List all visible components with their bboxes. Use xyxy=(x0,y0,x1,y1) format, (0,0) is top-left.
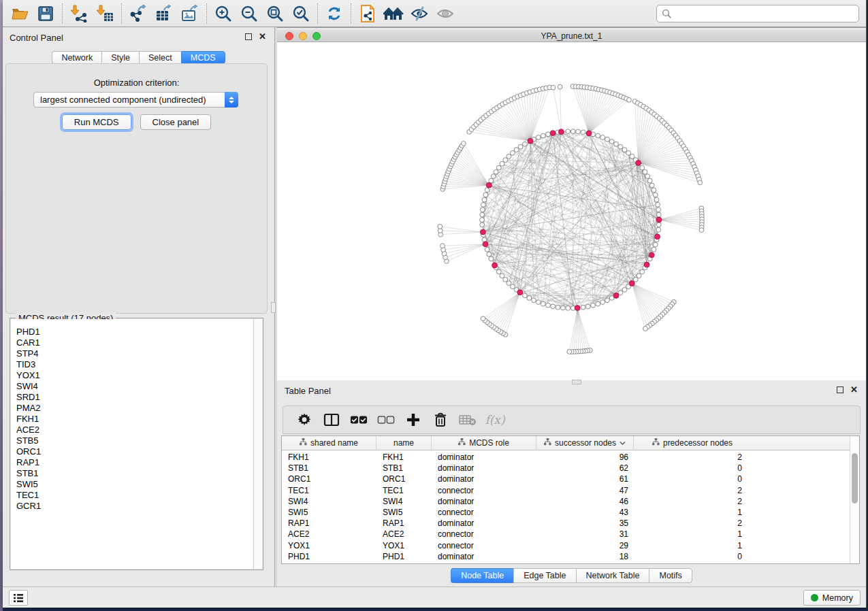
tab-network[interactable]: Network xyxy=(52,51,101,64)
column-header-predecessor-nodes[interactable]: predecessor nodes xyxy=(634,436,751,450)
table-row[interactable]: STB1STB1dominator620 xyxy=(282,463,850,474)
tab-node-table[interactable]: Node Table xyxy=(451,568,513,583)
column-header-shared-name[interactable]: shared name xyxy=(282,436,376,450)
memory-button[interactable]: Memory xyxy=(803,590,861,606)
mcds-result-item[interactable]: SRD1 xyxy=(11,392,253,403)
cell-shared_name: YOX1 xyxy=(282,540,376,551)
close-panel-icon[interactable]: ✕ xyxy=(259,33,266,40)
mcds-result-item[interactable]: STP4 xyxy=(11,348,253,359)
column-header-successor-nodes[interactable]: successor nodes xyxy=(536,436,634,450)
network-window-titlebar: YPA_prune.txt_1 xyxy=(277,30,866,42)
table-row[interactable]: SWI4SWI4dominator462 xyxy=(282,496,850,507)
float-panel-icon[interactable] xyxy=(245,33,252,40)
cell-predecessor_nodes: 0 xyxy=(634,474,751,484)
cell-mcds_role: connector xyxy=(432,529,536,540)
save-session-button[interactable] xyxy=(33,2,59,25)
cell-shared_name: TEC1 xyxy=(282,485,376,496)
export-image-button[interactable] xyxy=(177,2,203,25)
search-input[interactable] xyxy=(672,7,858,20)
tab-motifs[interactable]: Motifs xyxy=(649,568,692,583)
column-header-name[interactable]: name xyxy=(376,436,432,450)
control-panel-tabs: NetworkStyleSelectMCDS xyxy=(3,51,274,64)
mcds-result-item[interactable]: ORC1 xyxy=(11,446,253,457)
search-box[interactable] xyxy=(656,5,859,22)
add-column-plus-icon[interactable] xyxy=(404,411,422,429)
export-network-button[interactable] xyxy=(125,2,151,25)
mcds-result-item[interactable]: RAP1 xyxy=(11,457,253,468)
mcds-result-item[interactable]: GCR1 xyxy=(11,501,253,512)
table-panel-title: Table Panel xyxy=(285,386,331,396)
tab-style[interactable]: Style xyxy=(101,51,139,64)
show-all-eye-button[interactable] xyxy=(432,2,458,25)
mcds-result-item[interactable]: STB5 xyxy=(11,435,253,446)
tab-select[interactable]: Select xyxy=(139,51,181,64)
unselect-all-columns-icon[interactable] xyxy=(377,411,395,429)
export-table-button[interactable] xyxy=(151,2,177,25)
run-mcds-button[interactable]: Run MCDS xyxy=(62,114,131,130)
table-row[interactable]: YOX1YOX1connector291 xyxy=(282,540,850,551)
float-table-panel-icon[interactable] xyxy=(837,386,843,393)
refresh-layout-button[interactable] xyxy=(321,2,347,25)
close-panel-button[interactable]: Close panel xyxy=(140,114,212,130)
mcds-result-item[interactable]: FKH1 xyxy=(11,414,253,425)
hide-selected-eye-slash-button[interactable] xyxy=(406,2,432,25)
cell-name: RAP1 xyxy=(376,518,432,529)
cell-shared_name: ACE2 xyxy=(282,529,376,540)
cell-predecessor_nodes: 1 xyxy=(634,540,751,551)
open-session-button[interactable] xyxy=(7,2,33,25)
mcds-result-item[interactable]: YOX1 xyxy=(11,370,253,381)
tab-mcds[interactable]: MCDS xyxy=(181,51,225,64)
import-network-button[interactable] xyxy=(66,2,92,25)
table-row[interactable]: ORC1ORC1dominator610 xyxy=(282,474,850,484)
cell-predecessor_nodes: 1 xyxy=(634,529,751,540)
table-row[interactable]: SWI5SWI5connector431 xyxy=(282,507,850,518)
network-from-selection-button[interactable] xyxy=(355,2,381,25)
delete-columns-trash-icon[interactable] xyxy=(432,411,449,429)
table-row[interactable]: TEC1TEC1connector472 xyxy=(282,485,850,496)
tab-edge-table[interactable]: Edge Table xyxy=(513,568,575,583)
cell-predecessor_nodes: 2 xyxy=(634,485,751,496)
zoom-out-button[interactable] xyxy=(236,2,262,25)
tab-network-table[interactable]: Network Table xyxy=(576,568,649,583)
mcds-result-item[interactable]: SWI5 xyxy=(11,479,253,490)
node-table-scrollbar-thumb[interactable] xyxy=(852,453,858,503)
optimization-criterion-select[interactable]: largest connected component (undirected) xyxy=(33,92,238,108)
close-table-panel-icon[interactable]: ✕ xyxy=(850,386,858,393)
toolbar-separator xyxy=(121,3,122,24)
mcds-result-scrollbar[interactable] xyxy=(253,319,262,569)
mcds-result-list: PHD1CAR1STP4TID3YOX1SWI4SRD1PMA2FKH1ACE2… xyxy=(11,319,253,569)
table-row[interactable]: ACE2ACE2connector311 xyxy=(282,529,850,540)
cell-shared_name: SWI5 xyxy=(282,507,376,518)
zoom-selected-button[interactable] xyxy=(288,2,314,25)
show-columns-icon[interactable] xyxy=(323,411,340,429)
zoom-fit-button[interactable] xyxy=(262,2,288,25)
zoom-in-button[interactable] xyxy=(210,2,236,25)
cell-mcds_role: dominator xyxy=(432,474,536,484)
mcds-result-item[interactable]: SWI4 xyxy=(11,381,253,392)
mcds-result-item[interactable]: CAR1 xyxy=(11,337,253,348)
import-table-button[interactable] xyxy=(92,2,118,25)
table-row[interactable]: FKH1FKH1dominator962 xyxy=(282,452,850,463)
cell-name: YOX1 xyxy=(376,540,432,551)
node-table-body: FKH1FKH1dominator962STB1STB1dominator620… xyxy=(282,450,850,563)
mcds-result-item[interactable]: TEC1 xyxy=(11,490,253,501)
table-row[interactable]: PHD1PHD1dominator180 xyxy=(282,551,850,562)
cell-predecessor_nodes: 2 xyxy=(634,452,751,463)
task-history-button[interactable] xyxy=(9,590,28,606)
network-window-title: YPA_prune.txt_1 xyxy=(277,31,866,41)
table-row[interactable]: RAP1RAP1dominator352 xyxy=(282,518,850,529)
control-panel: Control Panel ✕ NetworkStyleSelectMCDS O… xyxy=(3,27,274,587)
mcds-result-item[interactable]: TID3 xyxy=(11,359,253,370)
horizontal-splitter-grip[interactable] xyxy=(572,380,581,384)
select-all-columns-icon[interactable] xyxy=(350,411,368,429)
node-table-scrollbar[interactable] xyxy=(850,436,859,563)
splitter-grip[interactable] xyxy=(271,302,276,313)
table-options-gear-icon[interactable] xyxy=(295,411,313,429)
mcds-result-item[interactable]: PHD1 xyxy=(11,327,253,337)
mcds-result-item[interactable]: PMA2 xyxy=(11,403,253,414)
mcds-result-item[interactable]: ACE2 xyxy=(11,425,253,435)
network-canvas[interactable] xyxy=(277,42,866,380)
first-neighbors-button[interactable] xyxy=(381,2,406,25)
column-header-MCDS-role[interactable]: MCDS role xyxy=(432,436,536,450)
mcds-result-item[interactable]: STB1 xyxy=(11,468,253,479)
